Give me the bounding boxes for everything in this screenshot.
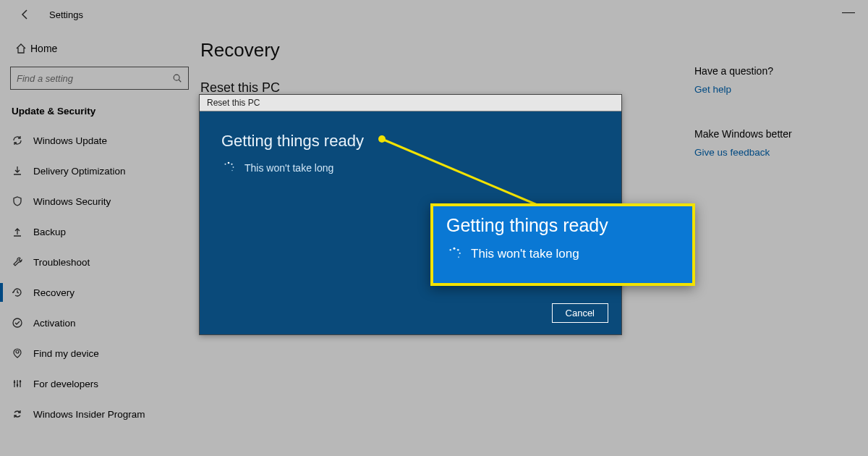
check-circle-icon [12,317,33,329]
sidebar: Home Update & Security Windows UpdateDel… [0,29,199,456]
cancel-button[interactable]: Cancel [552,303,608,323]
dialog-heading: Getting things ready [221,132,600,151]
sidebar-item-delivery-optimization[interactable]: Delivery Optimization [0,156,199,186]
callout-heading: Getting things ready [446,215,679,236]
sidebar-item-backup[interactable]: Backup [0,216,199,247]
sidebar-item-label: Troubleshoot [33,257,90,268]
dialog-subtext: This won't take long [244,162,333,174]
sidebar-item-find-my-device[interactable]: Find my device [0,338,199,368]
sidebar-item-label: Windows Insider Program [33,409,145,420]
svg-point-3 [14,381,16,384]
svg-point-2 [16,350,19,353]
svg-point-15 [459,253,461,254]
sidebar-item-label: Windows Update [33,135,107,146]
spinner-icon [446,246,462,262]
svg-point-5 [20,381,22,383]
svg-point-7 [231,164,232,165]
sidebar-item-troubleshoot[interactable]: Troubleshoot [0,247,199,277]
sidebar-home[interactable]: Home [0,36,199,61]
history-icon [12,287,33,298]
sliders-icon [12,378,33,389]
window-title: Settings [49,9,83,20]
svg-point-10 [225,164,226,165]
locate-icon [12,347,33,359]
svg-point-0 [174,75,179,80]
sidebar-item-label: Recovery [33,287,75,298]
help-panel: Have a question? Get help Make Windows b… [694,65,825,158]
search-input-container[interactable] [10,67,189,90]
svg-point-6 [228,162,230,164]
svg-point-8 [233,166,234,168]
svg-point-17 [450,249,451,250]
sidebar-home-label: Home [30,43,57,54]
svg-point-14 [457,249,459,251]
svg-point-9 [231,170,233,172]
sidebar-item-label: Backup [33,227,66,237]
dialog-titlebar: Reset this PC [200,95,621,111]
sidebar-item-label: Activation [33,318,76,329]
svg-point-16 [458,256,459,258]
download-icon [12,165,33,177]
sidebar-item-label: Windows Security [33,196,111,207]
sidebar-item-label: Find my device [33,348,99,359]
sidebar-item-activation[interactable]: Activation [0,308,199,338]
svg-point-1 [13,318,22,327]
sidebar-item-for-developers[interactable]: For developers [0,368,199,399]
svg-point-13 [453,248,455,250]
wrench-icon [12,256,33,268]
sidebar-section-title: Update & Security [0,96,199,125]
sidebar-item-recovery[interactable]: Recovery [0,277,199,308]
sidebar-item-windows-security[interactable]: Windows Security [0,186,199,216]
search-icon [172,73,182,83]
get-help-link[interactable]: Get help [694,84,825,95]
home-icon [12,43,30,54]
sidebar-item-label: Delivery Optimization [33,166,126,177]
sidebar-item-windows-update[interactable]: Windows Update [0,125,199,156]
page-title: Recovery [200,39,839,62]
callout-subtext: This won't take long [471,247,579,261]
back-button[interactable] [14,4,36,25]
feedback-link[interactable]: Give us feedback [694,147,825,158]
upload-icon [12,226,33,237]
search-input[interactable] [17,73,172,84]
shield-icon [12,195,33,207]
minimize-button[interactable]: — [842,4,855,20]
sync-icon [12,135,33,146]
sidebar-item-label: For developers [33,379,98,389]
sidebar-item-windows-insider-program[interactable]: Windows Insider Program [0,399,199,429]
improve-label: Make Windows better [694,128,825,140]
cycle-icon [12,408,33,420]
help-question-label: Have a question? [694,65,825,77]
spinner-icon [221,161,236,175]
svg-point-4 [17,384,19,387]
annotation-callout: Getting things ready This won't take lon… [430,203,695,286]
